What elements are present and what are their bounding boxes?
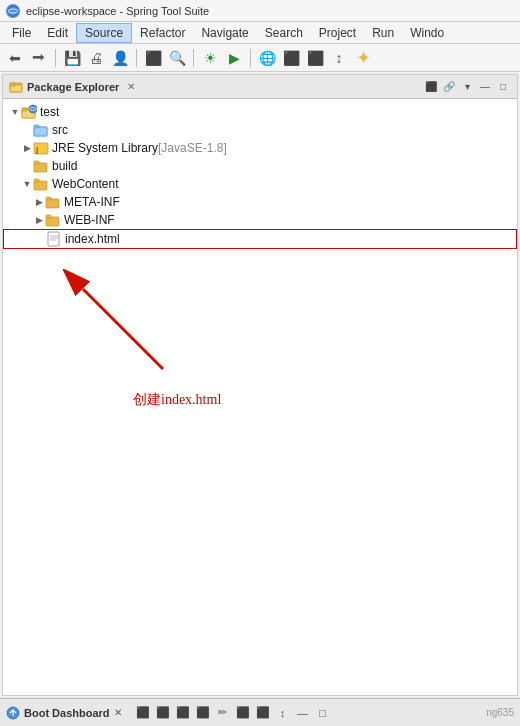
toolbar-ext1[interactable]: ⬛ bbox=[304, 47, 326, 69]
arrow-web-inf: ▶ bbox=[33, 214, 45, 226]
panel-title: Package Explorer bbox=[27, 81, 119, 93]
toolbar-run[interactable]: ☀ bbox=[199, 47, 221, 69]
svg-rect-4 bbox=[10, 83, 15, 86]
bottom-btn10[interactable]: □ bbox=[314, 704, 332, 722]
toolbar-back[interactable]: ⬅ bbox=[4, 47, 26, 69]
watermark-text: ng635 bbox=[486, 707, 514, 718]
tree-item-index-html[interactable]: index.html bbox=[3, 229, 517, 249]
menu-navigate[interactable]: Navigate bbox=[193, 24, 256, 42]
toolbar-forward[interactable]: ⮕ bbox=[28, 47, 50, 69]
panel-close-btn[interactable]: ✕ bbox=[127, 81, 135, 92]
menu-project[interactable]: Project bbox=[311, 24, 364, 42]
svg-line-28 bbox=[83, 289, 163, 369]
svg-rect-17 bbox=[34, 181, 47, 190]
label-jre-extra: [JavaSE-1.8] bbox=[158, 141, 227, 155]
icon-index-html bbox=[46, 231, 62, 247]
bottom-toolbar: ⬛ ⬛ ⬛ ⬛ ✏ ⬛ ⬛ ↕ — □ bbox=[134, 704, 332, 722]
svg-rect-12 bbox=[34, 125, 39, 128]
svg-rect-7 bbox=[22, 108, 27, 111]
panel-toolbar-right: ⬛ 🔗 ▾ — □ bbox=[423, 79, 511, 95]
app-icon bbox=[6, 4, 20, 18]
label-src: src bbox=[52, 123, 68, 137]
panel-min-btn[interactable]: — bbox=[477, 79, 493, 95]
svg-rect-11 bbox=[34, 127, 47, 136]
svg-text:j: j bbox=[35, 145, 38, 154]
bottom-btn1[interactable]: ⬛ bbox=[134, 704, 152, 722]
tree-item-web-inf[interactable]: ▶ WEB-INF bbox=[3, 211, 517, 229]
tree-item-test[interactable]: ▼ test bbox=[3, 103, 517, 121]
toolbar-stop[interactable]: 🌐 bbox=[256, 47, 278, 69]
panel-collapse-btn[interactable]: ⬛ bbox=[423, 79, 439, 95]
arrow-index-html bbox=[34, 233, 46, 245]
menu-source[interactable]: Source bbox=[76, 23, 132, 43]
label-build: build bbox=[52, 159, 77, 173]
boot-dashboard-panel: Boot Dashboard ✕ ⬛ ⬛ ⬛ ⬛ ✏ ⬛ ⬛ ↕ — □ ng6… bbox=[0, 698, 520, 726]
arrow-meta-inf: ▶ bbox=[33, 196, 45, 208]
toolbar-debug[interactable]: ⬛ bbox=[142, 47, 164, 69]
tree-item-jre[interactable]: ▶ j JRE System Library [JavaSE-1.8] bbox=[3, 139, 517, 157]
bottom-btn9[interactable]: — bbox=[294, 704, 312, 722]
arrow-src bbox=[21, 124, 33, 136]
icon-jre: j bbox=[33, 140, 49, 156]
window-title: eclipse-workspace - Spring Tool Suite bbox=[26, 5, 209, 17]
tree-item-webcontent[interactable]: ▼ WebContent bbox=[3, 175, 517, 193]
arrow-test: ▼ bbox=[9, 106, 21, 118]
tree-item-meta-inf[interactable]: ▶ META-INF bbox=[3, 193, 517, 211]
annotation-arrow bbox=[63, 269, 183, 389]
svg-rect-16 bbox=[34, 161, 39, 164]
bottom-btn4[interactable]: ⬛ bbox=[194, 704, 212, 722]
toolbar-search2[interactable]: 🔍 bbox=[166, 47, 188, 69]
menu-bar: File Edit Source Refactor Navigate Searc… bbox=[0, 22, 520, 44]
toolbar-ext3[interactable]: ✦ bbox=[352, 47, 374, 69]
panel-title-area: Package Explorer ✕ bbox=[9, 80, 135, 94]
tree-content: ▼ test bbox=[3, 99, 517, 695]
svg-point-8 bbox=[29, 105, 37, 113]
boot-dashboard-percent: ✕ bbox=[114, 707, 122, 718]
svg-rect-19 bbox=[46, 199, 59, 208]
toolbar-profile[interactable]: 👤 bbox=[109, 47, 131, 69]
boot-dashboard-icon bbox=[6, 706, 20, 720]
bottom-btn7[interactable]: ⬛ bbox=[254, 704, 272, 722]
toolbar-sep4 bbox=[250, 49, 251, 67]
arrow-jre: ▶ bbox=[21, 142, 33, 154]
svg-rect-15 bbox=[34, 163, 47, 172]
bottom-btn8[interactable]: ↕ bbox=[274, 704, 292, 722]
menu-search[interactable]: Search bbox=[257, 24, 311, 42]
menu-file[interactable]: File bbox=[4, 24, 39, 42]
toolbar-sep3 bbox=[193, 49, 194, 67]
package-explorer-icon bbox=[9, 80, 23, 94]
menu-edit[interactable]: Edit bbox=[39, 24, 76, 42]
label-index-html: index.html bbox=[65, 232, 120, 246]
svg-rect-20 bbox=[46, 197, 51, 200]
svg-rect-21 bbox=[46, 217, 59, 226]
icon-web-inf bbox=[45, 212, 61, 228]
tree-item-build[interactable]: build bbox=[3, 157, 517, 175]
bottom-btn6[interactable]: ⬛ bbox=[234, 704, 252, 722]
panel-max-btn[interactable]: □ bbox=[495, 79, 511, 95]
menu-refactor[interactable]: Refactor bbox=[132, 24, 193, 42]
svg-rect-23 bbox=[48, 232, 59, 246]
toolbar-run-green[interactable]: ▶ bbox=[223, 47, 245, 69]
toolbar-save[interactable]: 💾 bbox=[61, 47, 83, 69]
toolbar-build[interactable]: ⬛ bbox=[280, 47, 302, 69]
panel-link-btn[interactable]: 🔗 bbox=[441, 79, 457, 95]
toolbar-ext2[interactable]: ↕ bbox=[328, 47, 350, 69]
label-meta-inf: META-INF bbox=[64, 195, 120, 209]
bottom-btn3[interactable]: ⬛ bbox=[174, 704, 192, 722]
label-web-inf: WEB-INF bbox=[64, 213, 115, 227]
main-area: Package Explorer ✕ ⬛ 🔗 ▾ — □ ▼ bbox=[0, 72, 520, 698]
menu-run[interactable]: Run bbox=[364, 24, 402, 42]
annotation-area: 创建index.html bbox=[3, 249, 517, 429]
tree-item-src[interactable]: src bbox=[3, 121, 517, 139]
package-explorer-panel: Package Explorer ✕ ⬛ 🔗 ▾ — □ ▼ bbox=[2, 74, 518, 696]
bottom-btn5[interactable]: ✏ bbox=[214, 704, 232, 722]
panel-header: Package Explorer ✕ ⬛ 🔗 ▾ — □ bbox=[3, 75, 517, 99]
menu-window[interactable]: Windo bbox=[402, 24, 452, 42]
bottom-btn2[interactable]: ⬛ bbox=[154, 704, 172, 722]
icon-meta-inf bbox=[45, 194, 61, 210]
toolbar-print[interactable]: 🖨 bbox=[85, 47, 107, 69]
annotation-text: 创建index.html bbox=[133, 391, 221, 409]
main-toolbar: ⬅ ⮕ 💾 🖨 👤 ⬛ 🔍 ☀ ▶ 🌐 ⬛ ⬛ ↕ ✦ bbox=[0, 44, 520, 72]
panel-menu-btn[interactable]: ▾ bbox=[459, 79, 475, 95]
label-jre: JRE System Library bbox=[52, 141, 158, 155]
